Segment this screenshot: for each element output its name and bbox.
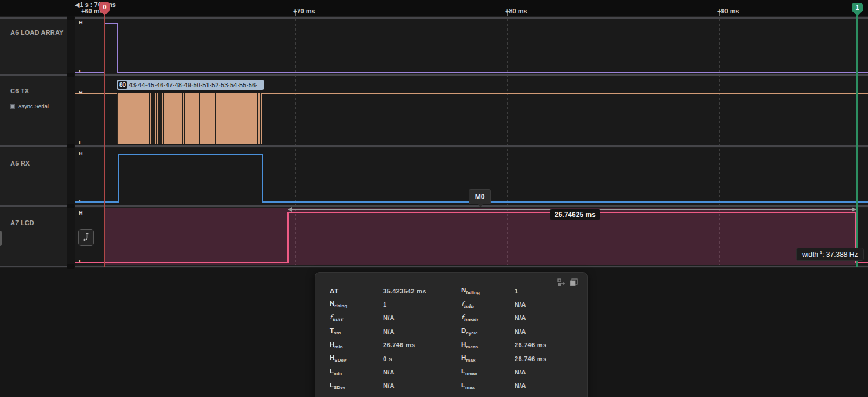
- row-resize-handle[interactable]: [67, 204, 75, 208]
- serial-transition: [154, 93, 155, 144]
- row-resize-handle[interactable]: [67, 73, 75, 77]
- measurement-label: Lmin: [330, 367, 383, 376]
- arrowhead-left-icon: [288, 207, 292, 212]
- row-separator: [0, 265, 868, 268]
- panel-handle[interactable]: [0, 231, 2, 246]
- jump-to-edge-icon: [82, 233, 90, 242]
- a5-wave-high-segment: [118, 154, 263, 155]
- timeline[interactable]: ◀1 s : 700 ms +60 ms+70 ms+80 ms+90 ms: [0, 0, 868, 16]
- a7-wave-rising-edge: [287, 212, 289, 263]
- a5-wave-low-segment: [262, 201, 868, 203]
- measurement-value: N/A: [515, 382, 587, 389]
- measurement-label: Tstd: [330, 327, 383, 336]
- jump-to-edge-button[interactable]: [78, 229, 94, 246]
- analyzer-swatch-icon: [10, 104, 15, 109]
- channel-label-a6[interactable]: A6 LOAD ARRAY: [10, 29, 64, 36]
- measurement-label: Nrising: [330, 300, 383, 308]
- channel-label-c6[interactable]: C6 TX: [10, 87, 29, 94]
- a6-wave-low-segment: [75, 72, 104, 73]
- measurement-label: Lmax: [461, 381, 515, 390]
- serial-transition: [184, 93, 185, 144]
- measurement-row: TstdN/ADcycleN/A: [315, 325, 587, 338]
- measurement-value: 35.423542 ms: [383, 288, 461, 295]
- measurement-width-value: 26.74625 ms: [550, 209, 600, 220]
- serial-transition: [182, 93, 183, 144]
- serial-data-burst: [117, 93, 262, 144]
- measurement-value: 1: [515, 288, 587, 295]
- panel-gutter: [67, 16, 75, 268]
- serial-transition: [152, 93, 154, 144]
- measurement-m0-badge[interactable]: M0: [469, 189, 491, 204]
- logic-analyzer-app: ◀1 s : 700 ms +60 ms+70 ms+80 ms+90 ms A…: [0, 0, 868, 397]
- measurement-row: LminN/ALmeanN/A: [315, 365, 587, 378]
- serial-decode-strip[interactable]: 80 43·44·45·46·47·48·49·50·51·52·53·54·5…: [117, 80, 264, 90]
- analyzer-name: Async Serial: [18, 103, 49, 109]
- timeline-ticks: +60 ms+70 ms+80 ms+90 ms: [0, 0, 868, 16]
- measurement-label: Hmean: [461, 341, 515, 350]
- measurement-row: Hmin26.746 msHmean26.746 ms: [315, 339, 587, 352]
- row-separator: [0, 205, 868, 208]
- measurement-label: LSDev: [330, 381, 383, 390]
- measurement-frequency-tooltip: width-1: 37.388 Hz: [796, 248, 864, 261]
- a6-wave-high-segment: [104, 23, 118, 24]
- marker-0-line: [104, 16, 105, 267]
- row-resize-handle[interactable]: [67, 144, 75, 148]
- freq-tooltip-base: width: [802, 251, 818, 259]
- measurement-value: 26.746 ms: [515, 355, 587, 362]
- serial-transition: [199, 93, 200, 144]
- measurement-value: 26.746 ms: [383, 341, 461, 348]
- channel-label-a5[interactable]: A5 RX: [10, 160, 30, 167]
- serial-transition: [159, 93, 161, 144]
- timeline-tick-label: +80 ms: [505, 8, 527, 14]
- measurement-value: N/A: [515, 314, 587, 321]
- measurement-row: LSDevN/ALmaxN/A: [315, 379, 587, 392]
- freq-tooltip-rest: : 37.388 Hz: [822, 251, 858, 259]
- measurement-label: fmin: [461, 300, 515, 309]
- a6-wave-falling-edge: [117, 23, 118, 73]
- serial-transition: [257, 93, 258, 144]
- serial-transition: [161, 93, 162, 144]
- a5-wave-low-segment: [75, 201, 119, 203]
- measurement-label: Hmax: [461, 354, 515, 363]
- measurement-label: ΔT: [330, 288, 383, 295]
- row-separator: [0, 145, 868, 148]
- measurement-value: N/A: [515, 301, 587, 308]
- serial-transition: [151, 93, 152, 144]
- measurement-value: N/A: [515, 328, 587, 335]
- timeline-tick-label: +70 ms: [293, 8, 315, 14]
- timeline-tick-label: +90 ms: [717, 8, 739, 14]
- measurement-row: Nrising1fminN/A: [315, 297, 587, 311]
- channel-label-panel: [0, 16, 67, 268]
- serial-transition: [158, 93, 159, 144]
- measurement-label: Lmean: [461, 367, 515, 376]
- serial-transition: [215, 93, 216, 144]
- measurement-label: fmean: [461, 313, 515, 322]
- serial-transition: [149, 93, 150, 144]
- measurement-value: N/A: [515, 369, 587, 376]
- channel-label-a7[interactable]: A7 LCD: [10, 219, 34, 226]
- high-level-label: H: [79, 210, 83, 216]
- measurement-rows: ΔT35.423542 msNfalling1Nrising1fminN/Afm…: [315, 284, 587, 392]
- measurement-details-panel: ΔT35.423542 msNfalling1Nrising1fminN/Afm…: [315, 272, 588, 397]
- measurement-value: N/A: [383, 369, 461, 376]
- analyzer-row[interactable]: Async Serial: [10, 103, 49, 109]
- a6-wave-low-segment: [117, 72, 868, 73]
- measurement-row: ΔT35.423542 msNfalling1: [315, 284, 587, 297]
- measurement-value: 26.746 ms: [515, 341, 587, 348]
- measurement-label: Hmin: [330, 341, 383, 350]
- measurement-value: N/A: [383, 382, 461, 389]
- a7-wave-low-segment: [75, 262, 289, 263]
- high-level-label: H: [79, 20, 83, 25]
- measurement-value: N/A: [383, 314, 461, 321]
- serial-first-byte-badge: 80: [118, 81, 127, 89]
- row-separator: [0, 16, 868, 19]
- a5-wave-rising-edge: [118, 154, 119, 203]
- measurement-row: fmaxN/AfmeanN/A: [315, 311, 587, 325]
- serial-transition: [260, 93, 261, 144]
- measurement-value: 0 s: [383, 355, 461, 362]
- serial-transition: [163, 93, 164, 144]
- row-resize-handle[interactable]: [67, 264, 75, 269]
- measurement-value: N/A: [383, 328, 461, 335]
- row-resize-handle[interactable]: [67, 16, 75, 20]
- measurement-label: HSDev: [330, 354, 383, 363]
